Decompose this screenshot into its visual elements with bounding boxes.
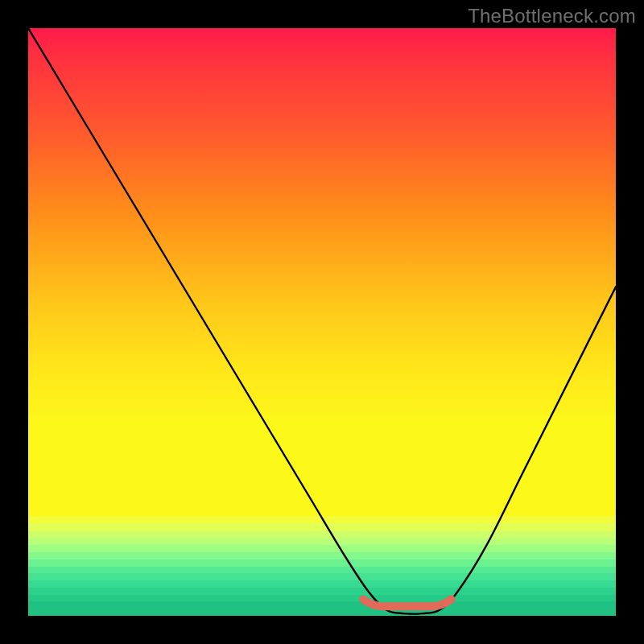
chart-frame: TheBottleneck.com [0, 0, 644, 644]
plot-area [28, 28, 616, 616]
marker-line [363, 600, 451, 607]
watermark-text: TheBottleneck.com [468, 5, 636, 27]
optimal-marker [28, 28, 616, 616]
